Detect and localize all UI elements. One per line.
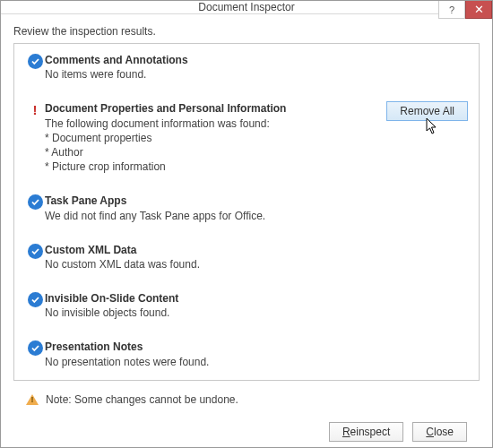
result-item: Custom XML Data No custom XML data was f… (14, 234, 479, 282)
result-item: Invisible On-Slide Content No invisible … (14, 282, 479, 331)
result-desc: No invisible objects found. (45, 306, 468, 320)
result-title: Document Properties and Personal Informa… (45, 101, 379, 116)
result-content: Custom XML Data No custom XML data was f… (45, 243, 468, 271)
footer-buttons: Reinspect Close (26, 422, 467, 442)
result-content: Comments and Annotations No items were f… (45, 53, 468, 82)
result-content: Document Properties and Personal Informa… (45, 101, 379, 174)
result-title: Comments and Annotations (45, 53, 468, 67)
close-button[interactable]: Close (412, 422, 467, 442)
result-content: Invisible On-Slide Content No invisible … (45, 291, 468, 320)
result-desc: No presentation notes were found. (45, 355, 468, 369)
result-desc: No custom XML data was found. (45, 257, 468, 271)
result-desc: No items were found. (45, 67, 468, 82)
bullet-text: Picture crop information (52, 160, 166, 173)
remove-all-button[interactable]: Remove All (386, 101, 468, 121)
dialog-window: Document Inspector ? ✕ Review the inspec… (0, 0, 493, 448)
result-action: Remove All (379, 101, 468, 121)
result-content: Task Pane Apps We did not find any Task … (45, 194, 468, 222)
bullet-text: Author (51, 146, 82, 159)
intro-text: Review the inspection results. (13, 25, 480, 38)
footer-note: Note: Some changes cannot be undone. (26, 393, 467, 406)
result-desc: We did not find any Task Pane apps for O… (45, 209, 468, 223)
dialog-footer: Note: Some changes cannot be undone. Rei… (13, 381, 480, 448)
close-window-button[interactable]: ✕ (465, 1, 492, 19)
checkmark-icon (25, 53, 45, 69)
results-panel: Comments and Annotations No items were f… (13, 43, 480, 381)
footer-note-text: Note: Some changes cannot be undone. (46, 393, 238, 406)
checkmark-icon (25, 243, 45, 259)
reinspect-button[interactable]: Reinspect (329, 422, 403, 442)
result-title: Task Pane Apps (45, 194, 468, 208)
help-button[interactable]: ? (438, 1, 465, 19)
warning-triangle-icon (26, 394, 39, 405)
result-title: Custom XML Data (45, 243, 468, 257)
result-content: Presentation Notes No presentation notes… (45, 340, 468, 368)
bullet-text: Document properties (52, 132, 151, 144)
result-desc: The following document information was f… (45, 116, 379, 131)
result-item: Presentation Notes No presentation notes… (14, 331, 479, 379)
dialog-body: Review the inspection results. Comments … (1, 14, 492, 448)
result-item: ! Document Properties and Personal Infor… (14, 92, 479, 185)
result-item: Comments and Annotations No items were f… (14, 44, 479, 92)
result-item: Task Pane Apps We did not find any Task … (14, 185, 479, 233)
dialog-title: Document Inspector (1, 1, 492, 13)
result-bullets: * Document properties * Author * Picture… (45, 131, 379, 175)
result-title: Invisible On-Slide Content (45, 291, 468, 306)
titlebar-buttons: ? ✕ (438, 1, 492, 21)
titlebar: Document Inspector ? ✕ (1, 1, 492, 14)
result-title: Presentation Notes (45, 340, 468, 354)
checkmark-icon (25, 194, 45, 210)
checkmark-icon (25, 291, 45, 307)
checkmark-icon (25, 340, 45, 356)
warning-icon: ! (25, 101, 45, 117)
